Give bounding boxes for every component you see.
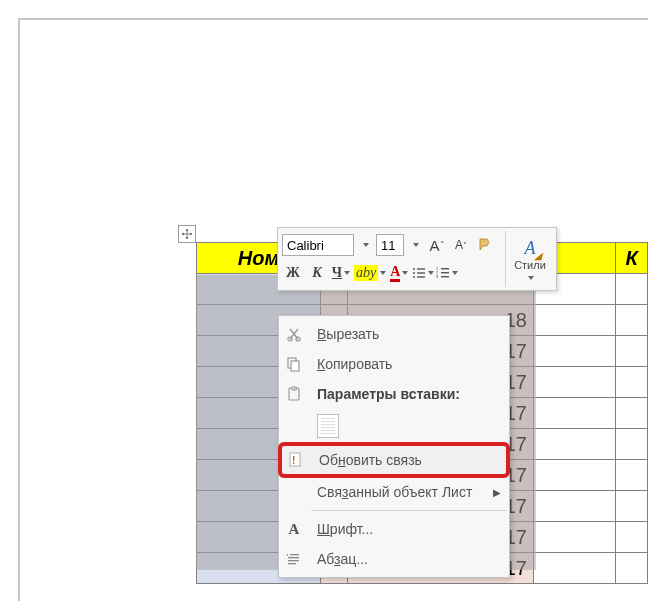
paste-keep-source-icon[interactable] [317, 414, 339, 438]
svg-text:!: ! [292, 455, 295, 466]
copy-label: опировать [325, 356, 392, 372]
underline-button[interactable]: Ч [330, 261, 352, 285]
svg-rect-5 [417, 276, 425, 277]
font-color-button[interactable]: A [388, 261, 410, 285]
svg-rect-20 [290, 554, 299, 555]
svg-rect-23 [288, 563, 296, 564]
bullets-button[interactable] [412, 261, 434, 285]
bold-button[interactable]: Ж [282, 261, 304, 285]
paste-options-header: Параметры вставки: [279, 379, 509, 409]
font-size-dropdown[interactable] [406, 233, 424, 257]
column-header-e[interactable]: К [616, 243, 648, 274]
clipboard-icon [279, 386, 309, 402]
numbering-button[interactable]: 123 [436, 261, 458, 285]
svg-rect-22 [288, 560, 299, 561]
styles-icon: A◢ [525, 238, 536, 259]
svg-rect-15 [291, 361, 299, 371]
font-name-dropdown[interactable] [356, 233, 374, 257]
paragraph-label: ац... [340, 551, 367, 567]
context-menu: Вырезать Копировать Параметры вставки: !… [278, 315, 510, 578]
update-link-label: овить связь [346, 452, 422, 468]
shrink-font-button[interactable]: A˅ [450, 233, 472, 257]
grow-font-button[interactable]: A˄ [426, 233, 448, 257]
svg-point-2 [413, 272, 415, 274]
copy-menu-item[interactable]: Копировать [279, 349, 509, 379]
font-color-icon: A [390, 265, 400, 282]
update-link-menu-item[interactable]: ! Обновить связь [281, 445, 507, 475]
cut-menu-item[interactable]: Вырезать [279, 319, 509, 349]
font-size-input[interactable] [376, 234, 404, 256]
font-a-icon: A [279, 521, 309, 538]
svg-text:3: 3 [436, 274, 439, 279]
table-move-handle[interactable] [178, 225, 196, 243]
svg-rect-7 [441, 268, 449, 269]
font-menu-item[interactable]: A Шрифт... [279, 514, 509, 544]
paste-option-item[interactable] [279, 409, 509, 443]
menu-separator [311, 510, 507, 511]
svg-point-4 [413, 276, 415, 278]
svg-rect-9 [441, 272, 449, 273]
format-painter-button[interactable] [474, 233, 496, 257]
highlight-color-button[interactable]: aby [354, 261, 386, 285]
linked-object-label: анный объект Лист [348, 484, 472, 500]
svg-point-0 [413, 268, 415, 270]
toolbar-separator [505, 231, 506, 287]
font-label: рифт... [330, 521, 373, 537]
refresh-icon: ! [281, 451, 311, 469]
styles-button[interactable]: A◢ Стили [508, 231, 552, 283]
submenu-arrow-icon: ▶ [493, 487, 501, 498]
svg-rect-11 [441, 276, 449, 277]
svg-rect-17 [292, 387, 297, 390]
paragraph-menu-item[interactable]: Абзац... [279, 544, 509, 574]
mini-toolbar: A˄ A˅ Ж К Ч aby A 123 A◢ [277, 227, 557, 291]
highlight-icon: aby [354, 265, 378, 281]
cut-label: ырезать [326, 326, 379, 342]
paragraph-icon [279, 551, 309, 567]
font-name-input[interactable] [282, 234, 354, 256]
svg-rect-3 [417, 272, 425, 273]
svg-rect-21 [288, 557, 299, 558]
linked-object-menu-item[interactable]: Связанный объект Лист ▶ [279, 477, 509, 507]
copy-icon [279, 356, 309, 372]
svg-rect-1 [417, 268, 425, 269]
italic-button[interactable]: К [306, 261, 328, 285]
scissors-icon [279, 326, 309, 342]
